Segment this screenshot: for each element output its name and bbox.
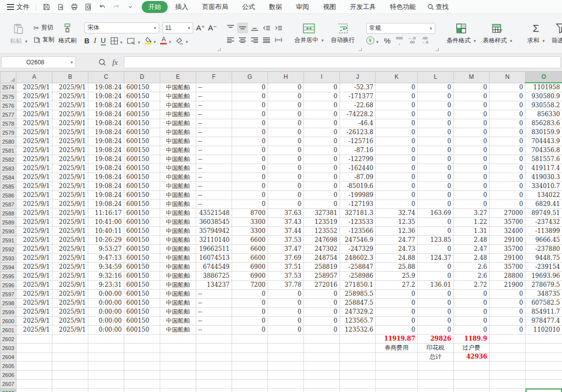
cell[interactable] [490, 380, 526, 389]
cell[interactable]: 25.9 [376, 272, 418, 281]
cell[interactable]: 854911.7 [526, 308, 562, 317]
cell[interactable]: 978477.4 [526, 317, 562, 326]
cell[interactable]: 19:08:24 [88, 128, 124, 137]
cell[interactable]: -87.09 [340, 173, 376, 182]
cell[interactable] [418, 371, 454, 380]
cell[interactable]: 419030.3 [526, 173, 562, 182]
row-header[interactable]: 2589 [0, 218, 16, 227]
cell[interactable] [418, 362, 454, 371]
cell[interactable] [124, 335, 160, 344]
cell[interactable] [232, 389, 268, 392]
cell[interactable]: 0 [418, 299, 454, 308]
cell[interactable]: 11:16:17 [88, 209, 124, 218]
cell[interactable]: 0 [418, 137, 454, 146]
cell[interactable]: 0 [490, 155, 526, 164]
cell[interactable]: 2025/9/1 [52, 209, 88, 218]
col-header-K[interactable]: K [376, 72, 418, 83]
cell[interactable]: 0 [304, 83, 340, 92]
cell[interactable]: 123.85 [418, 236, 454, 245]
cell[interactable] [88, 371, 124, 380]
cell[interactable] [232, 335, 268, 344]
row-header[interactable]: 2586 [0, 191, 16, 200]
cell[interactable]: 2025/9/1 [16, 137, 52, 146]
cell[interactable]: 258819 [304, 263, 340, 272]
cell[interactable]: 0 [376, 317, 418, 326]
cell[interactable] [16, 353, 52, 362]
row-header[interactable]: 2607 [0, 380, 16, 389]
cell[interactable]: 19:08:24 [88, 110, 124, 119]
cell[interactable]: 1.22 [454, 218, 490, 227]
cell[interactable] [340, 389, 376, 392]
cell[interactable]: 0 [376, 155, 418, 164]
cell[interactable]: 券商费用 [376, 344, 418, 353]
cell[interactable] [490, 371, 526, 380]
col-header-C[interactable]: C [88, 72, 124, 83]
cell[interactable]: 0 [268, 119, 304, 128]
cell[interactable]: 247302 [304, 245, 340, 254]
cell[interactable]: 0 [454, 308, 490, 317]
cell[interactable]: 35700 [490, 263, 526, 272]
cell[interactable]: 0 [418, 200, 454, 209]
font-color-button[interactable]: A ▾ [160, 37, 171, 44]
cell[interactable] [88, 344, 124, 353]
cell[interactable]: 600150 [124, 92, 160, 101]
cell[interactable]: 0 [454, 164, 490, 173]
cell[interactable] [526, 362, 562, 371]
cell[interactable]: 600150 [124, 83, 160, 92]
cell[interactable]: 2025/9/1 [16, 119, 52, 128]
cell[interactable]: 12.35 [376, 218, 418, 227]
cell[interactable]: 0 [376, 119, 418, 128]
cell[interactable]: 中国船舶 [160, 227, 196, 236]
cell[interactable]: 600150 [124, 173, 160, 182]
cell[interactable]: 89749.51 [526, 209, 562, 218]
row-header[interactable]: 2597 [0, 290, 16, 299]
cell[interactable]: 0 [418, 245, 454, 254]
cell[interactable]: 2025/9/1 [52, 263, 88, 272]
cell[interactable]: 中国船舶 [160, 182, 196, 191]
cell[interactable] [304, 371, 340, 380]
cell[interactable]: 0 [418, 128, 454, 137]
cell[interactable]: 2025/9/1 [16, 272, 52, 281]
cell[interactable] [376, 389, 418, 392]
cell[interactable]: 0 [454, 200, 490, 209]
cell[interactable]: 0 [454, 317, 490, 326]
cell[interactable]: 中国船舶 [160, 164, 196, 173]
cell[interactable]: 2025/9/1 [16, 182, 52, 191]
currency-format-button[interactable]: ¥ ▾ [366, 36, 379, 44]
cell[interactable]: 中国船舶 [160, 308, 196, 317]
number-dialog-launcher[interactable] [436, 48, 439, 51]
cell[interactable]: 0 [268, 155, 304, 164]
cell[interactable]: 2025/9/1 [16, 263, 52, 272]
row-header[interactable]: 2593 [0, 254, 16, 263]
cell[interactable]: 2025/9/1 [16, 128, 52, 137]
cell[interactable]: 0 [418, 164, 454, 173]
cell[interactable]: 0 [232, 299, 268, 308]
cell[interactable]: 中国船舶 [160, 83, 196, 92]
cell[interactable]: -- [196, 101, 232, 110]
search-button[interactable]: 查找 [427, 2, 449, 11]
cell[interactable]: 0 [418, 272, 454, 281]
tab-developer-tools[interactable]: 开发工具 [343, 1, 382, 13]
cell[interactable]: 6900 [232, 272, 268, 281]
cell[interactable]: 中国船舶 [160, 236, 196, 245]
merge-center-button[interactable]: 合并居中 ▾ [291, 23, 327, 44]
cell[interactable]: 600150 [124, 236, 160, 245]
row-header[interactable]: 2580 [0, 137, 16, 146]
cell[interactable]: 2025/9/1 [16, 236, 52, 245]
cell[interactable]: 19:08:24 [88, 200, 124, 209]
cell[interactable]: 0 [232, 92, 268, 101]
cell[interactable]: 中国船舶 [160, 173, 196, 182]
distributed-icon[interactable] [273, 34, 284, 45]
cell[interactable]: 600150 [124, 227, 160, 236]
cell[interactable]: 0 [454, 83, 490, 92]
cell[interactable] [232, 371, 268, 380]
cell[interactable]: 0 [454, 119, 490, 128]
cell[interactable]: 0 [232, 110, 268, 119]
cell[interactable]: 3300 [232, 218, 268, 227]
cell[interactable]: 19:08:24 [88, 164, 124, 173]
cell[interactable]: 19:08:24 [88, 101, 124, 110]
cell[interactable] [160, 353, 196, 362]
row-header[interactable]: 2602 [0, 335, 16, 344]
cell[interactable]: 2.48 [454, 254, 490, 263]
cell[interactable]: 600150 [124, 299, 160, 308]
